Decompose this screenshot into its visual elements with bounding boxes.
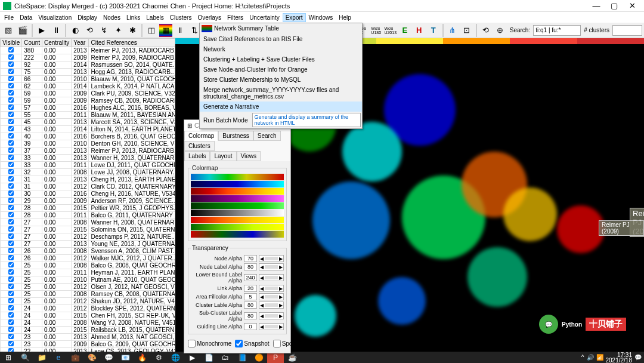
row-checkbox[interactable] [8, 305, 14, 310]
menu-labels[interactable]: Labels [143, 13, 166, 22]
spotlight-checkbox[interactable]: Spotlight [273, 340, 305, 347]
minimize-button[interactable]: — [587, 1, 605, 11]
row-checkbox[interactable] [8, 90, 14, 96]
row-checkbox[interactable] [8, 262, 14, 267]
table-row[interactable]: 750.002013Hogg AG, 2013, RADIOCARB.. [1, 69, 176, 76]
table-row[interactable]: 230.002009Balco G, 2009, QUAT GEOCHR.. [1, 341, 176, 348]
menu-windows[interactable]: Windows [306, 13, 336, 22]
tray-icon[interactable]: 📶 [596, 354, 603, 361]
row-checkbox[interactable] [8, 162, 14, 167]
task-icon[interactable]: 💬 [100, 352, 117, 363]
table-row[interactable]: 270.002015Solomina ON, 2015, QUATERN.. [1, 226, 176, 233]
task-icon[interactable]: 📧 [117, 352, 134, 363]
table-row[interactable]: 270.002008Wanner H, 2008, QUATERNARY.. [1, 219, 176, 226]
row-checkbox[interactable] [8, 219, 14, 224]
row-checkbox[interactable] [8, 198, 14, 203]
column-header[interactable]: Count [22, 39, 42, 47]
row-checkbox[interactable] [8, 54, 14, 60]
monochrome-checkbox[interactable]: Monochrome [188, 340, 231, 347]
row-checkbox[interactable] [8, 276, 14, 282]
row-checkbox[interactable] [8, 241, 14, 246]
table-row[interactable]: 240.002015Chen FH, 2015, SCI REP-UK, V.. [1, 312, 176, 319]
row-checkbox[interactable] [8, 319, 14, 325]
tab-burstness[interactable]: Burstness [218, 131, 253, 141]
row-checkbox[interactable] [8, 69, 14, 74]
table-row[interactable]: 570.002016Hughes ALC, 2016, BOREAS, V.. [1, 104, 176, 112]
row-checkbox[interactable] [8, 97, 14, 103]
table-row[interactable]: 330.002013Wanner H, 2013, QUATERNAR.. [1, 155, 176, 162]
menu-overlays[interactable]: Overlays [194, 13, 224, 22]
row-checkbox[interactable] [8, 169, 14, 174]
slider-cluster-lable-alpha[interactable]: Cluster Lable Alpha80◀▶ [191, 302, 284, 309]
tab-layout[interactable]: Layout [210, 151, 236, 161]
tool-icon[interactable]: ✱ [126, 24, 139, 37]
wos-icon[interactable]: WoSU180 [370, 24, 383, 37]
slider-area-fillcolor-alpha[interactable]: Area Fillcolor Alpha5◀▶ [191, 293, 284, 300]
menu-file[interactable]: File [1, 13, 17, 22]
row-checkbox[interactable] [8, 176, 14, 182]
row-checkbox[interactable] [8, 140, 14, 146]
table-row[interactable]: 430.002014Lifton N, 2014, EARTH PLANET.. [1, 126, 176, 133]
table-row[interactable]: 590.002009Ramsey CB, 2009, RADIOCARB.. [1, 97, 176, 104]
table-row[interactable]: 920.002014Rasmussen SO, 2014, QUATE.. [1, 61, 176, 69]
table-row[interactable]: 660.002010Blaauw M, 2010, QUAT GEOCH.. [1, 76, 176, 83]
row-checkbox[interactable] [8, 248, 14, 253]
table-row[interactable]: 400.002016Borchers B, 2016, QUAT GEOC.. [1, 133, 176, 140]
menu-uncertainty[interactable]: Uncertainty [246, 13, 283, 22]
row-checkbox[interactable] [8, 133, 14, 139]
tool-icon[interactable]: ⟲ [479, 24, 493, 37]
task-icon[interactable]: 💼 [67, 352, 83, 363]
tab-clusters[interactable]: Clusters [184, 141, 215, 151]
task-icon[interactable]: 🔥 [134, 352, 150, 363]
export-menu-item[interactable]: Store Cluster Membership to MySQL [200, 75, 362, 85]
export-menu-item[interactable]: Network [200, 44, 362, 54]
menu-help[interactable]: Help [336, 13, 354, 22]
export-menu-item[interactable]: Generate a Narrative [200, 101, 362, 112]
table-row[interactable]: 310.002012Clark CD, 2012, QUATERNARY.. [1, 183, 176, 190]
table-row[interactable]: 3800.002013Reimer PJ, 2013, RADIOCARB.. [1, 47, 176, 54]
export-menu-item[interactable]: Save Cited References to an RIS File [200, 34, 362, 44]
slider-guiding-line-alpha[interactable]: Guiding Line Alpha0◀▶ [191, 323, 284, 330]
task-icon[interactable]: 📁 [33, 352, 50, 363]
table-row[interactable]: 280.002015Peltier WR, 2015, J GEOPHYS.. [1, 205, 176, 212]
export-menu-item[interactable]: Network Summary Table [200, 23, 362, 34]
menu-display[interactable]: Display [75, 13, 100, 22]
column-header[interactable]: Centrality [42, 39, 71, 47]
tray-icon[interactable]: 🔊 [587, 354, 594, 361]
slider-node-label-alpha[interactable]: Node Label Alpha80◀▶ [191, 263, 284, 270]
table-row[interactable]: 2220.002009Reimer PJ, 2009, RADIOCARB.. [1, 54, 176, 61]
table-row[interactable]: 250.002011Heyman J, 2011, EARTH PLAN.. [1, 269, 176, 276]
snapshot-checkbox[interactable]: Snapshot [235, 340, 269, 347]
row-checkbox[interactable] [8, 327, 14, 332]
menu-export[interactable]: Export [283, 13, 306, 22]
row-checkbox[interactable] [8, 76, 14, 81]
row-checkbox[interactable] [8, 284, 14, 289]
table-row[interactable]: 260.002012Walker MJC, 2012, J QUATER.. [1, 255, 176, 262]
tool-icon[interactable]: ⊡ [460, 24, 473, 37]
row-checkbox[interactable] [8, 112, 14, 117]
tool-icon[interactable]: ▧ [2, 24, 15, 37]
row-checkbox[interactable] [8, 226, 14, 232]
slider-link-alpha[interactable]: Link Alpha20◀▶ [191, 285, 284, 292]
tool-icon[interactable]: ✦ [112, 24, 125, 37]
menu-data[interactable]: Data [17, 13, 35, 22]
row-checkbox[interactable] [8, 205, 14, 210]
table-row[interactable]: 240.002015Railsback LB, 2015, QUATERN.. [1, 327, 176, 334]
table-row[interactable]: 270.002012Deschamps P, 2012, NATURE.. [1, 233, 176, 241]
row-checkbox[interactable] [8, 233, 14, 239]
row-checkbox[interactable] [8, 190, 14, 196]
export-menu-item[interactable]: Clustering + Labeling + Save Cluster Fil… [200, 54, 362, 64]
edge-icon[interactable]: e [50, 352, 67, 363]
menu-links[interactable]: Links [123, 13, 143, 22]
export-menu-item[interactable]: Save Node-and-Cluster Info for Orange [200, 64, 362, 75]
tab-search[interactable]: Search [253, 131, 281, 141]
table-row[interactable]: 250.002010Putnam AE, 2010, QUAT GEOC.. [1, 276, 176, 284]
node-label[interactable]: Reimer PJ (2009) [599, 220, 644, 236]
menu-filters[interactable]: Filters [224, 13, 246, 22]
table-row[interactable]: 250.002008Ramsey CB, 2008, QUATERNA.. [1, 291, 176, 298]
table-row[interactable]: 250.002008Balco G, 2008, QUAT GEOCHR.. [1, 262, 176, 269]
start-button[interactable]: ⊞ [0, 352, 17, 363]
tool-icon[interactable]: ▦ [159, 24, 172, 37]
tab-colormap[interactable]: Colormap [184, 131, 218, 141]
slider-lower-bound-label-alpha[interactable]: Lower Bound Label Alpha240◀▶ [191, 272, 284, 284]
